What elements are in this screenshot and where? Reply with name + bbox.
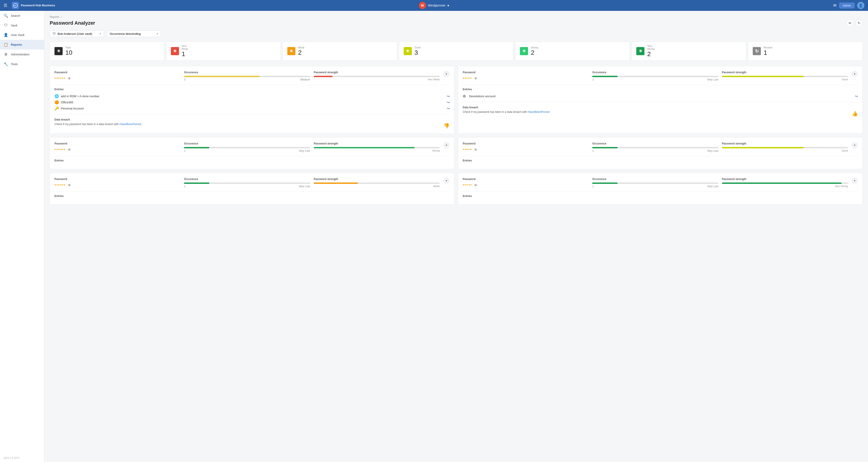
card-header: Password •••••• 👁 Occurence 1 Very Low P… bbox=[55, 178, 450, 188]
entry-navigate-icon[interactable]: ↪ bbox=[447, 94, 450, 98]
entries-title: Entries bbox=[55, 194, 450, 198]
breadcrumb-parent[interactable]: Reports bbox=[50, 16, 59, 19]
breadcrumb-separator: › bbox=[61, 16, 62, 19]
stat-label-very-strong: VeryStrong bbox=[647, 44, 654, 51]
stat-icon-total: ✳ bbox=[55, 47, 63, 55]
occurrence-title: Occurence bbox=[592, 142, 718, 145]
stat-card-very-strong[interactable]: ✳ VeryStrong 2 bbox=[631, 41, 746, 61]
password-section: Password •••••• 👁 bbox=[55, 142, 180, 152]
stat-icon-weak: ✳ bbox=[287, 47, 296, 55]
admin-button[interactable]: Admin bbox=[839, 3, 855, 8]
eye-icon[interactable]: 👁 bbox=[68, 148, 71, 152]
sidebar: 🔍 Search 🛡 Vault 👤 User Vault 📋 Reports … bbox=[0, 11, 44, 462]
stat-value-very-strong: 2 bbox=[647, 51, 654, 58]
data-breach-text: Check if my password has been in a data … bbox=[55, 123, 142, 126]
workspace-chevron: ▾ bbox=[447, 3, 449, 8]
haveibeenpwned-link[interactable]: HaveIBeenPwned. bbox=[528, 110, 550, 114]
occurrence-title: Occurence bbox=[184, 178, 310, 181]
reports-icon: 📋 bbox=[4, 42, 8, 47]
sort-filter-chevron: ▾ bbox=[157, 32, 158, 35]
collapse-button[interactable]: ▾ bbox=[851, 71, 858, 77]
entry-navigate-icon[interactable]: ↪ bbox=[855, 94, 858, 98]
data-breach-text: Check if my password has been in a data … bbox=[463, 110, 550, 114]
stat-label-total: Total bbox=[65, 46, 72, 49]
stat-label-reused: Reused bbox=[764, 46, 772, 49]
eye-icon[interactable]: 👁 bbox=[474, 148, 477, 152]
occurrence-num: 3 bbox=[184, 78, 186, 81]
stat-value-weak: 2 bbox=[298, 49, 305, 56]
stat-label-weak: Weak bbox=[298, 46, 305, 49]
occurrence-progress bbox=[184, 76, 310, 77]
collapse-button[interactable]: ▾ bbox=[443, 178, 450, 184]
user-profile-icon[interactable]: 👤 bbox=[857, 2, 864, 9]
password-section-title: Password bbox=[463, 142, 589, 145]
entry-navigate-icon[interactable]: ↪ bbox=[447, 106, 450, 111]
password-section: Password ••••• 👁 bbox=[463, 71, 589, 81]
entries-title: Entries bbox=[55, 159, 450, 162]
entry-navigate-icon[interactable]: ↪ bbox=[447, 100, 450, 104]
breadcrumb: Reports › bbox=[50, 16, 863, 19]
mail-icon[interactable]: ✉ bbox=[833, 3, 837, 8]
occurrence-section: Occurence 1 Very Low bbox=[184, 178, 310, 188]
occurrence-section: Occurence 1 Very Low bbox=[592, 71, 718, 81]
eye-icon[interactable]: 👁 bbox=[68, 183, 71, 187]
entry-row: ⚙ Devolutions account ↪ bbox=[463, 93, 858, 99]
sidebar-item-administration[interactable]: ⚙ Administration bbox=[0, 50, 44, 59]
eye-icon[interactable]: 👁 bbox=[474, 76, 477, 81]
sidebar-item-search[interactable]: 🔍 Search bbox=[0, 11, 44, 21]
haveibeenpwned-link[interactable]: HaveIBeenPwned. bbox=[119, 123, 142, 126]
entry-icon: 🌐 bbox=[55, 94, 59, 98]
eye-icon[interactable]: 👁 bbox=[474, 183, 477, 187]
stat-card-weak[interactable]: ✳ Weak 2 bbox=[283, 41, 397, 61]
strength-section: Password strength Good bbox=[722, 142, 848, 152]
strength-title: Password strength bbox=[722, 71, 848, 74]
stat-card-strong[interactable]: ✳ Strong 2 bbox=[515, 41, 630, 61]
stat-value-good: 3 bbox=[414, 49, 421, 56]
sidebar-label-reports: Reports bbox=[11, 43, 22, 47]
view-button[interactable]: 👁 bbox=[846, 20, 854, 27]
eye-icon[interactable]: 👁 bbox=[68, 76, 71, 81]
password-section: Password ••••• 👁 bbox=[463, 142, 589, 152]
stat-info-very-strong: VeryStrong 2 bbox=[647, 44, 654, 58]
sidebar-item-user-vault[interactable]: 👤 User Vault bbox=[0, 30, 44, 40]
stat-card-very-weak[interactable]: ✳ VeryWeak 1 bbox=[166, 41, 281, 61]
collapse-button[interactable]: ▾ bbox=[443, 142, 450, 148]
entry-row: 🌐 add in RDM > A store number ↪ bbox=[55, 93, 450, 99]
workspace-selector[interactable]: W Windjammer ▾ bbox=[419, 2, 450, 9]
occurrence-num: 1 bbox=[592, 185, 594, 188]
sidebar-item-vault[interactable]: 🛡 Vault bbox=[0, 21, 44, 30]
occurrence-section: Occurence 1 Very Low bbox=[592, 142, 718, 152]
sort-filter[interactable]: Occurrence descending ▾ bbox=[107, 31, 161, 37]
hamburger-menu[interactable]: ☰ bbox=[4, 3, 7, 8]
vault-filter[interactable]: 🛡 Bob Anderson (User vault) ▾ bbox=[50, 30, 104, 37]
occurrence-label: Very Low bbox=[707, 78, 718, 81]
stat-card-reused[interactable]: ↻ Reused 1 bbox=[748, 41, 863, 61]
entry-icon: 🟠 bbox=[55, 100, 59, 104]
stat-info-reused: Reused 1 bbox=[764, 46, 772, 56]
collapse-button[interactable]: ▾ bbox=[851, 142, 858, 148]
strength-label: Strong bbox=[314, 149, 440, 152]
entry-row: 🔑 Personal Account ↪ bbox=[55, 105, 450, 112]
occurrence-bar bbox=[592, 147, 617, 148]
data-breach-row: Check if my password has been in a data … bbox=[463, 110, 858, 117]
strength-title: Password strength bbox=[722, 178, 848, 181]
stat-card-total[interactable]: ✳ Total 10 bbox=[50, 41, 164, 61]
collapse-button[interactable]: ▾ bbox=[851, 178, 858, 184]
occurrence-progress bbox=[184, 147, 310, 148]
occurrence-progress bbox=[592, 147, 718, 148]
stat-icon-reused: ↻ bbox=[753, 47, 761, 55]
entries-title: Entries bbox=[55, 88, 450, 91]
password-card-card3: Password •••••• 👁 Occurence 1 Very Low P… bbox=[50, 137, 454, 169]
strength-progress bbox=[722, 76, 848, 77]
password-section-title: Password bbox=[463, 178, 589, 181]
divider bbox=[463, 156, 858, 156]
sidebar-item-reports[interactable]: 📋 Reports bbox=[0, 40, 44, 50]
administration-icon: ⚙ bbox=[4, 52, 8, 57]
strength-label: Weak bbox=[314, 185, 440, 187]
refresh-button[interactable]: ↻ bbox=[855, 20, 863, 27]
collapse-button[interactable]: ▾ bbox=[443, 71, 450, 77]
strength-label: Good bbox=[722, 149, 848, 152]
card-header: Password ••••• 👁 Occurence 1 Very Low Pa… bbox=[463, 71, 858, 81]
stat-card-good[interactable]: ✳ Good 3 bbox=[399, 41, 514, 61]
sidebar-item-tools[interactable]: 🔧 Tools bbox=[0, 59, 44, 69]
